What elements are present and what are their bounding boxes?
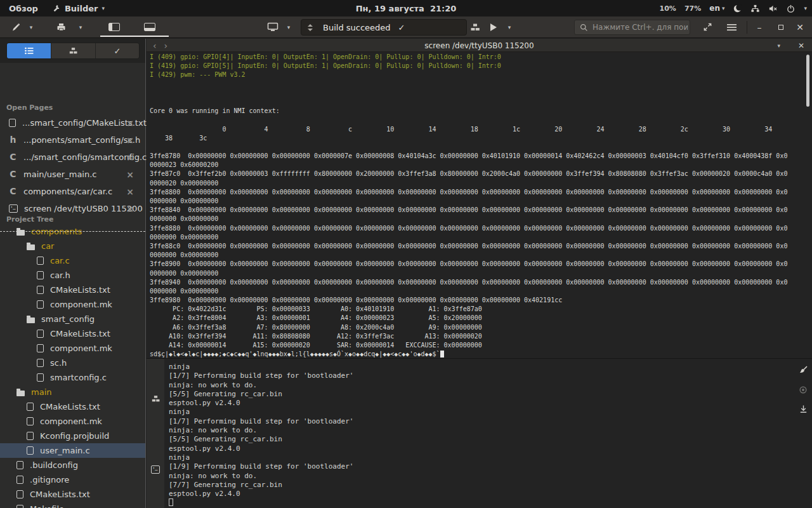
- run-menu-chevron[interactable]: ▾: [505, 17, 514, 37]
- terminal-output[interactable]: I (409) gpio: GPIO[4]| InputEn: 0| Outpu…: [147, 52, 812, 358]
- tree-item[interactable]: CMakeLists.txt: [0, 283, 145, 297]
- terminal-line: 3ffe8940 0x00000000 0x00000000 0x0000000…: [150, 279, 812, 288]
- minimize-icon: –: [757, 22, 762, 32]
- open-page-item[interactable]: ...smart_config/CMakeLists.txt×: [0, 114, 145, 131]
- tree-item[interactable]: car.c: [0, 253, 145, 268]
- tab-todo[interactable]: ✓: [95, 43, 139, 58]
- indicator-percent-2: 77%: [684, 4, 701, 13]
- tree-item[interactable]: car: [0, 239, 145, 253]
- build-status-text: Build succeeded: [323, 23, 391, 32]
- tree-item[interactable]: Makefile: [0, 502, 145, 508]
- open-page-item[interactable]: Ccomponents/car/car.c×: [0, 183, 145, 200]
- tree-item-label: components: [31, 227, 82, 236]
- omnibar-spinner-icon[interactable]: [308, 24, 313, 31]
- tree-item[interactable]: user_main.c: [0, 443, 145, 458]
- app-menu-button[interactable]: [723, 17, 740, 37]
- terminal-line: 3ffe8900 0x00000000 0x00000000 0x0000000…: [150, 260, 812, 269]
- open-page-item[interactable]: C.../smart_config/smartconfig.c×: [0, 149, 145, 166]
- tree-item[interactable]: .buildconfig: [0, 458, 145, 472]
- tree-item[interactable]: CMakeLists.txt: [0, 326, 145, 341]
- file-icon: [27, 432, 34, 440]
- tree-item[interactable]: car.h: [0, 268, 145, 283]
- tab-pages[interactable]: [7, 43, 51, 58]
- tree-item[interactable]: sc.h: [0, 356, 145, 370]
- open-page-item[interactable]: screen /dev/ttyUSB0 115200×: [0, 200, 145, 217]
- file-icon: [37, 344, 44, 352]
- device-selector-button[interactable]: [265, 17, 280, 37]
- tree-item[interactable]: component.mk: [0, 341, 145, 356]
- toggle-left-panel-button[interactable]: [105, 17, 123, 37]
- power-icon[interactable]: [786, 4, 796, 13]
- edit-pencil-button[interactable]: [9, 17, 23, 37]
- export-menu-chevron[interactable]: ▾: [76, 17, 85, 37]
- tree-item[interactable]: CMakeLists.txt: [0, 487, 145, 502]
- clear-brush-icon[interactable]: [798, 365, 808, 375]
- tab-build[interactable]: [51, 43, 95, 58]
- search-input[interactable]: [593, 23, 688, 32]
- terminal-line: 0000000 0x00000000: [150, 270, 812, 279]
- edit-menu-chevron[interactable]: ▾: [27, 17, 36, 37]
- close-page-icon[interactable]: ×: [126, 187, 134, 197]
- close-page-icon[interactable]: ×: [126, 135, 134, 145]
- export-button[interactable]: [53, 17, 69, 37]
- open-page-item[interactable]: h...ponents/smart_config/sc.h×: [0, 131, 145, 149]
- minimize-button[interactable]: –: [752, 17, 766, 37]
- c-file-icon: C: [9, 187, 17, 196]
- file-icon: [27, 417, 34, 425]
- open-pages-header: Open Pages: [6, 104, 53, 112]
- build-stage-icon: [151, 394, 160, 403]
- close-page-icon[interactable]: ×: [126, 152, 134, 163]
- terminal-line: 0000000 0x00000000: [150, 288, 812, 297]
- terminal-line: 38 3c: [150, 135, 812, 144]
- download-icon[interactable]: [799, 404, 808, 414]
- record-circle-icon[interactable]: [799, 385, 808, 394]
- tree-item-label: CMakeLists.txt: [50, 285, 110, 295]
- system-menu-chevron-icon[interactable]: ▾: [804, 5, 807, 11]
- toggle-bottom-panel-button[interactable]: [141, 17, 159, 37]
- c-file-icon: C: [9, 170, 17, 178]
- header-file-icon: h: [9, 136, 17, 144]
- open-page-item[interactable]: Cmain/user_main.c×: [0, 166, 145, 183]
- close-window-button[interactable]: ✕: [793, 17, 807, 37]
- terminal-scrollbar-thumb[interactable]: [806, 55, 809, 107]
- close-page-icon[interactable]: ×: [126, 204, 134, 214]
- file-icon: [37, 286, 44, 294]
- device-menu-chevron[interactable]: ▾: [284, 17, 293, 37]
- close-icon: ✕: [796, 22, 804, 32]
- tree-item[interactable]: .gitignore: [0, 472, 145, 487]
- tree-item[interactable]: CMakeLists.txt: [0, 399, 145, 414]
- close-page-icon[interactable]: ×: [126, 170, 134, 180]
- tree-item[interactable]: components: [0, 224, 145, 239]
- file-icon: [27, 446, 34, 455]
- build-bricks-icon: [69, 46, 78, 55]
- tree-item[interactable]: component.mk: [0, 414, 145, 429]
- chevron-down-icon: ▾: [722, 5, 725, 11]
- terminal-line: 3ffe8780 0x00000000 0x00000000 0x0000000…: [150, 152, 812, 161]
- close-page-icon[interactable]: ×: [126, 118, 134, 128]
- fullscreen-button[interactable]: [699, 17, 716, 37]
- page-menu-chevron-icon[interactable]: ▾: [777, 43, 780, 49]
- build-status-omnibar[interactable]: Build succeeded ✓: [301, 19, 467, 36]
- maximize-button[interactable]: [774, 17, 788, 37]
- tree-item[interactable]: smart_config: [0, 312, 145, 326]
- global-search[interactable]: [574, 20, 690, 35]
- close-terminal-icon[interactable]: ✕: [798, 41, 804, 50]
- tree-item-label: user_main.c: [40, 446, 90, 455]
- build-button[interactable]: [467, 17, 483, 37]
- build-output-log[interactable]: ninja[1/7] Performing build step for 'bo…: [169, 363, 353, 508]
- terminal-line: 0000020 0x00000000: [150, 180, 812, 189]
- tree-item-label: .gitignore: [30, 475, 69, 485]
- terminal-line: 0000023 0x60000200: [150, 161, 812, 170]
- keyboard-layout-indicator[interactable]: en ▾: [709, 4, 724, 13]
- tree-item[interactable]: main: [0, 385, 145, 399]
- open-page-label: main/user_main.c: [23, 170, 96, 179]
- run-button[interactable]: [487, 17, 500, 37]
- app-toolbar: ▾ ▾ ▾ Build succeeded ✓: [0, 17, 812, 38]
- terminal-cursor: [440, 351, 444, 358]
- tree-item[interactable]: Kconfig.projbuild: [0, 429, 145, 443]
- tree-item[interactable]: smartconfig.c: [0, 370, 145, 385]
- tree-item-label: sc.h: [50, 358, 67, 368]
- toolbar-separator: [747, 21, 747, 34]
- c-file-icon: C: [9, 153, 17, 161]
- tree-item[interactable]: component.mk: [0, 297, 145, 312]
